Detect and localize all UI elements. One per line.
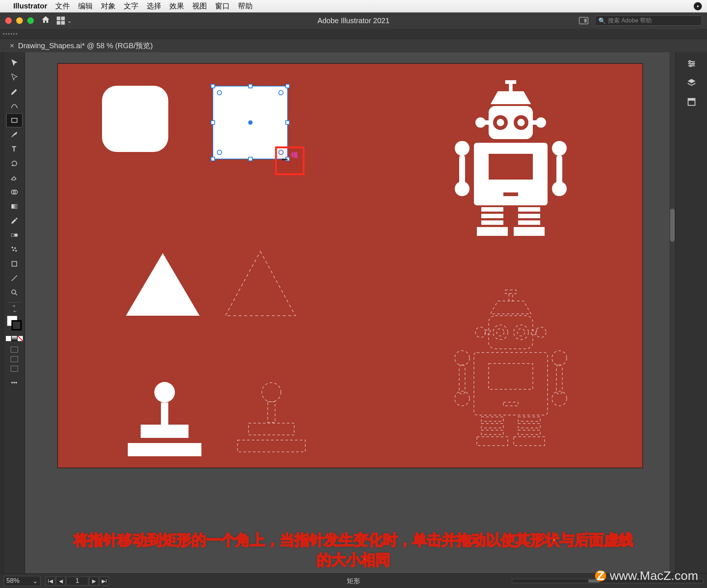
selection-handle[interactable] [211,84,215,88]
blend-tool[interactable] [6,228,22,242]
workspace-switcher[interactable]: ⌄ [57,17,72,25]
fill-stroke-swatches[interactable] [7,316,22,330]
svg-point-13 [262,383,281,402]
live-corner-widget[interactable] [278,90,284,95]
svg-point-31 [455,141,469,156]
svg-point-74 [692,63,694,65]
rotate-tool[interactable] [6,156,22,170]
svg-rect-25 [485,120,490,125]
color-mode-buttons[interactable] [6,336,23,341]
shape-builder-tool[interactable] [6,185,22,199]
shape-triangle-dashed[interactable] [224,249,297,318]
menu-select[interactable]: 选择 [147,1,161,11]
shape-joystick-dashed[interactable] [231,382,312,456]
live-corner-widget[interactable] [217,150,222,155]
draw-behind-icon[interactable] [11,356,18,362]
svg-point-62 [552,351,567,365]
menu-edit[interactable]: 编辑 [78,1,93,11]
selection-handle[interactable] [248,157,253,161]
menu-file[interactable]: 文件 [55,1,70,11]
help-search-input[interactable]: 🔍 搜索 Adobe 帮助 [595,15,702,26]
transform-center-icon[interactable] [248,120,253,125]
curvature-tool[interactable] [6,99,22,113]
stroke-swatch[interactable] [11,320,22,330]
direct-selection-tool[interactable] [6,70,22,84]
svg-rect-40 [477,227,508,236]
close-tab-icon[interactable]: ✕ [10,42,14,49]
menu-effect[interactable]: 效果 [169,1,184,11]
type-tool[interactable]: T [6,142,22,156]
home-icon[interactable] [41,15,50,26]
svg-point-12 [11,290,15,294]
properties-icon[interactable] [686,59,697,68]
artboard[interactable]: ⤢ 锚 [57,63,643,468]
document-tab[interactable]: ✕ Drawing_Shapes.ai* @ 58 % (RGB/预览) [4,39,158,52]
eraser-tool[interactable] [6,171,22,185]
menu-window[interactable]: 窗口 [215,1,230,11]
window-controls [5,17,34,24]
slice-tool[interactable] [6,271,22,285]
draw-inside-icon[interactable] [11,366,18,372]
window-maximize-button[interactable] [27,17,34,24]
selection-handle[interactable] [285,120,290,125]
drag-handle-icon[interactable] [3,33,17,35]
app-titlebar: ⌄ Adobe Illustrator 2021 🔍 搜索 Adobe 帮助 [0,13,707,29]
status-indicator-icon[interactable]: ● [694,2,702,10]
dock-gutter [0,52,4,573]
selection-handle[interactable] [211,120,215,125]
shape-robot-dashed[interactable] [433,284,588,487]
menubar-app-name[interactable]: Illustrator [13,2,47,10]
zoom-tool[interactable] [6,286,22,300]
menu-view[interactable]: 视图 [192,1,207,11]
window-close-button[interactable] [5,17,12,24]
svg-point-9 [13,249,14,251]
color-mode-solid[interactable] [6,336,11,341]
shape-rounded-square[interactable] [102,86,168,152]
next-artboard-button[interactable]: ▶ [89,577,99,585]
selection-handle[interactable] [211,157,215,161]
vertical-scrollbar[interactable] [669,52,675,573]
selection-handle[interactable] [285,84,290,88]
rectangle-tool[interactable] [6,113,22,127]
edit-toolbar-icon[interactable]: ••• [6,376,22,390]
pen-tool[interactable] [6,85,22,99]
svg-rect-71 [518,430,540,435]
color-mode-gradient[interactable] [12,336,17,341]
svg-point-24 [475,117,486,128]
layers-icon[interactable] [686,78,697,88]
svg-rect-14 [268,402,275,422]
eyedropper-tool[interactable] [6,214,22,228]
libraries-icon[interactable] [686,97,697,107]
shape-robot[interactable] [433,75,588,277]
menu-object[interactable]: 对象 [101,1,116,11]
zoom-level-input[interactable]: 58% ⌄ [4,576,41,586]
live-corner-widget[interactable] [217,90,222,95]
watermark: Z www.MacZ.com [595,568,698,583]
svg-rect-65 [481,417,503,421]
canvas-area[interactable]: ⤢ 锚 [25,52,675,573]
first-artboard-button[interactable]: I◀ [46,577,55,585]
shape-triangle[interactable] [126,253,200,316]
panel-toggle-icon[interactable] [579,17,588,24]
paintbrush-tool[interactable] [6,128,22,142]
svg-rect-29 [489,154,533,180]
color-mode-none[interactable] [18,336,23,341]
draw-normal-icon[interactable] [11,347,18,353]
shape-joystick[interactable] [128,382,201,456]
artboard-number-input[interactable]: 1 [66,577,88,585]
svg-point-48 [493,325,508,340]
last-artboard-button[interactable]: ▶I [99,577,109,585]
menu-type[interactable]: 文字 [124,1,138,11]
gradient-tool[interactable] [6,199,22,213]
selection-tool[interactable] [6,56,22,70]
window-minimize-button[interactable] [16,17,23,24]
prev-artboard-button[interactable]: ◀ [56,577,66,585]
svg-point-7 [11,247,13,248]
watermark-logo-icon: Z [595,570,606,581]
symbol-sprayer-tool[interactable] [6,242,22,256]
artboard-tool[interactable] [6,257,22,271]
menu-help[interactable]: 帮助 [238,1,253,11]
svg-rect-43 [518,220,540,225]
selection-handle[interactable] [248,84,253,88]
fill-stroke-swap[interactable] [6,305,22,312]
